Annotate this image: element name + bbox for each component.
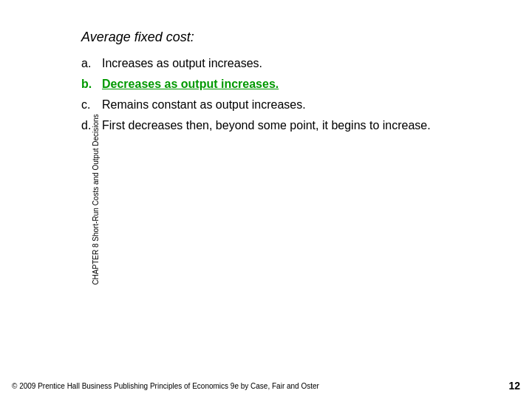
footer: © 2009 Prentice Hall Business Publishing… [0,380,532,392]
option-d: d. First decreases then, beyond some poi… [81,119,473,132]
footer-copyright: © 2009 Prentice Hall Business Publishing… [12,382,319,390]
option-a: a. Increases as output increases. [81,57,473,70]
option-a-letter: a. [81,57,102,70]
option-d-text: First decreases then, beyond some point,… [102,119,431,132]
option-b-letter: b. [81,78,102,91]
option-b: b. Decreases as output increases. [81,78,473,91]
option-b-text: Decreases as output increases. [102,78,279,91]
options-list: a. Increases as output increases. b. Dec… [81,57,473,132]
footer-page-number: 12 [508,380,520,392]
option-a-text: Increases as output increases. [102,57,262,70]
slide-title: Average fixed cost: [81,30,473,45]
option-c-text: Remains constant as output increases. [102,98,306,112]
option-c-letter: c. [81,98,102,112]
option-c: c. Remains constant as output increases. [81,98,473,112]
slide-container: CHAPTER 8 Short-Run Costs and Output Dec… [0,0,532,399]
sidebar-text: CHAPTER 8 Short-Run Costs and Output Dec… [92,114,100,284]
